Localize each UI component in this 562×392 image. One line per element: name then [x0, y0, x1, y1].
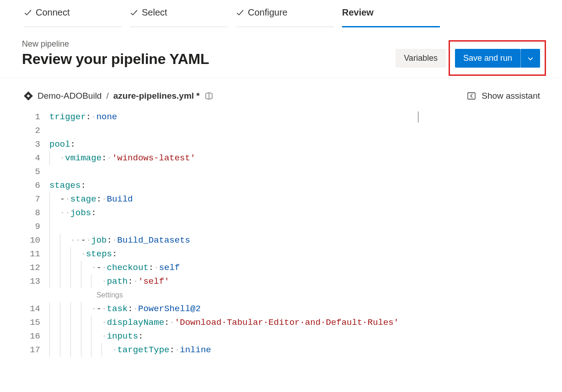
line-number: 13	[24, 275, 49, 288]
wizard-indicator	[24, 26, 122, 27]
code-line[interactable]: 12·-·checkout:·self	[24, 261, 548, 275]
wizard-step-configure[interactable]: Configure	[236, 7, 334, 27]
breadcrumb-file[interactable]: azure-pipelines.yml *	[113, 91, 200, 101]
line-number: 2	[24, 124, 49, 138]
save-and-run-button[interactable]: Save and run	[455, 49, 520, 68]
yaml-editor[interactable]: 1trigger:·none23pool:4·vmimage:·'windows…	[0, 110, 562, 357]
line-number: 8	[24, 206, 49, 220]
code-line[interactable]: 6stages:	[24, 179, 548, 192]
text-cursor	[418, 111, 418, 122]
wizard-indicator	[342, 26, 440, 27]
check-icon	[24, 9, 32, 17]
breadcrumb-repo[interactable]: Demo-ADOBuild	[37, 91, 102, 101]
code-content[interactable]: -·stage:·Build	[49, 192, 133, 206]
code-line[interactable]: 8··jobs:	[24, 206, 548, 220]
code-content[interactable]: ·inputs:	[49, 329, 143, 343]
svg-rect-2	[468, 93, 475, 99]
wizard-indicator	[130, 26, 228, 27]
wizard-step-label: Configure	[248, 7, 288, 18]
save-and-run-dropdown-button[interactable]	[520, 49, 540, 68]
wizard-step-label: Select	[142, 7, 167, 18]
variables-button[interactable]: Variables	[396, 49, 446, 68]
line-number: 12	[24, 261, 49, 275]
line-number: 10	[24, 233, 49, 247]
line-number: 14	[24, 302, 49, 316]
page-subtitle: New pipeline	[22, 39, 386, 49]
code-content[interactable]: ·vmimage:·'windows-latest'	[49, 151, 195, 165]
wizard-step-label: Review	[342, 7, 374, 18]
task-settings-hint[interactable]: Settings	[24, 288, 548, 302]
code-line[interactable]: 1trigger:·none	[24, 110, 548, 124]
wizard-step-connect[interactable]: Connect	[24, 7, 122, 27]
code-content[interactable]: pool:	[49, 138, 75, 151]
line-number: 16	[24, 329, 49, 343]
breadcrumb: Demo-ADOBuild / azure-pipelines.yml *	[24, 91, 214, 101]
line-number: 7	[24, 192, 49, 206]
code-line[interactable]: 9	[24, 220, 548, 233]
code-line[interactable]: 3pool:	[24, 138, 548, 151]
show-assistant-button[interactable]: Show assistant	[467, 91, 540, 101]
line-number: 3	[24, 138, 49, 151]
show-assistant-label: Show assistant	[482, 91, 540, 101]
code-line[interactable]: 14·-·task:·PowerShell@2	[24, 302, 548, 316]
line-number: 9	[24, 220, 49, 233]
code-line[interactable]: 2	[24, 124, 548, 138]
code-content[interactable]: ·displayName:·'Download·Tabular·Editor·a…	[49, 316, 399, 329]
code-content[interactable]: ·path:·'self'	[49, 275, 169, 288]
code-line[interactable]: 10··-·job:·Build_Datasets	[24, 233, 548, 247]
code-content[interactable]: stages:	[49, 179, 86, 192]
wizard-indicator	[236, 26, 334, 27]
code-content[interactable]: ··-·job:·Build_Datasets	[49, 233, 190, 247]
code-line[interactable]: 5	[24, 165, 548, 179]
repo-icon	[24, 91, 33, 101]
code-line[interactable]: 16·inputs:	[24, 329, 548, 343]
breadcrumb-separator: /	[106, 91, 108, 101]
panel-collapse-icon	[467, 91, 476, 101]
check-icon	[130, 9, 138, 17]
rename-icon[interactable]	[204, 91, 214, 101]
line-number: 4	[24, 151, 49, 165]
check-icon	[236, 9, 244, 17]
page-title: Review your pipeline YAML	[22, 51, 386, 68]
code-line[interactable]: 7-·stage:·Build	[24, 192, 548, 206]
line-number: 17	[24, 343, 49, 357]
chevron-down-icon	[527, 55, 534, 62]
code-content[interactable]: ·-·task:·PowerShell@2	[49, 302, 201, 316]
code-content[interactable]	[49, 220, 60, 233]
line-number: 6	[24, 179, 49, 192]
code-content[interactable]: ··jobs:	[49, 206, 96, 220]
code-line[interactable]: 13·path:·'self'	[24, 275, 548, 288]
page-header: New pipeline Review your pipeline YAML V…	[0, 27, 562, 78]
wizard-step-select[interactable]: Select	[130, 7, 228, 27]
code-line[interactable]: 4·vmimage:·'windows-latest'	[24, 151, 548, 165]
code-line[interactable]: 15·displayName:·'Download·Tabular·Editor…	[24, 316, 548, 329]
line-number: 1	[24, 110, 49, 124]
line-number: 11	[24, 247, 49, 261]
code-line[interactable]: 17·targetType:·inline	[24, 343, 548, 357]
wizard-steps: Connect Select Configure Review	[0, 0, 562, 27]
code-content[interactable]: trigger:·none	[49, 110, 117, 124]
breadcrumb-row: Demo-ADOBuild / azure-pipelines.yml * Sh…	[0, 78, 562, 110]
line-number: 15	[24, 316, 49, 329]
wizard-step-label: Connect	[36, 7, 70, 18]
code-content[interactable]: ·targetType:·inline	[49, 343, 211, 357]
save-and-run-split-button: Save and run	[455, 49, 540, 68]
wizard-step-review[interactable]: Review	[342, 7, 440, 27]
code-content[interactable]: ·steps:	[49, 247, 117, 261]
code-content[interactable]: ·-·checkout:·self	[49, 261, 180, 275]
line-number: 5	[24, 165, 49, 179]
code-line[interactable]: 11·steps:	[24, 247, 548, 261]
